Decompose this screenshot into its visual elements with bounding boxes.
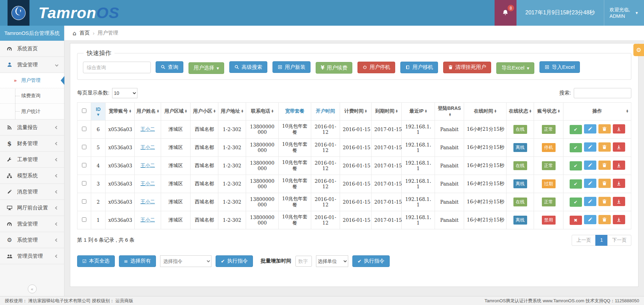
op-confirm-button[interactable]: ✔ [570,125,582,134]
chevron-icon [55,63,59,66]
query-button[interactable]: 查询 [156,61,183,73]
sidebar-subitem[interactable]: 用户统计 [0,104,64,119]
table-search-input[interactable] [574,88,631,98]
row-checkbox[interactable] [82,145,86,149]
sidebar-menu: 系统首页营业管理»用户管理续费查询用户统计流量报告$财务管理工单管理模型系统消息… [0,41,64,264]
execute-time-button[interactable]: ✔ 执行指令 [352,255,390,267]
col-header-name[interactable]: 用户姓名▲▼ [135,102,161,120]
col-header-account[interactable]: 宽带账号▲▼ [106,102,135,120]
op-download-button[interactable] [613,215,625,224]
pagination-page-1[interactable]: 1 [595,235,608,246]
renew-user-button[interactable]: ¥用户续费 [316,62,352,74]
col-header-bill_time[interactable]: 计费时间▲▼ [340,102,372,120]
col-header-id[interactable]: ID▼ [91,102,106,120]
user-name-link[interactable]: 王小二 [141,126,155,132]
op-download-button[interactable] [613,161,625,170]
sidebar-item-2[interactable]: 流量报告 [0,119,64,136]
suspend-user-button[interactable]: 用户停机 [357,62,395,73]
op-delete-button[interactable] [598,179,611,188]
unit-select[interactable]: 选择单位 [316,255,348,267]
col-header-online_status[interactable]: 在线状态▲▼ [507,102,534,120]
user-name-link[interactable]: 王小二 [141,163,155,168]
row-checkbox[interactable] [82,199,86,204]
row-checkbox[interactable] [82,217,86,222]
op-edit-button[interactable] [584,215,596,224]
sidebar-collapse-button[interactable]: « [28,284,37,293]
user-name-link[interactable]: 王小二 [141,217,155,223]
sidebar-item-8[interactable]: 营业管理 [0,216,64,232]
button-label: 导入Excel [552,64,575,71]
user-name-link[interactable]: 王小二 [141,199,155,204]
col-header-region[interactable]: 用户区域▲▼ [161,102,191,120]
col-header-account_status[interactable]: 账号状态▲▼ [534,102,563,120]
row-checkbox[interactable] [82,163,86,167]
sidebar-item-5[interactable]: 模型系统 [0,168,64,184]
notifications-button[interactable]: 8 [495,0,517,26]
op-delete-button[interactable] [598,197,611,206]
op-edit-button[interactable] [584,161,596,170]
op-download-button[interactable] [613,179,625,188]
op-delete-button[interactable] [598,142,611,152]
op-edit-button[interactable] [584,124,596,134]
sidebar-item-7[interactable]: 网厅前台设置 [0,200,64,216]
combined-query-input[interactable] [83,62,151,73]
sidebar-item-4[interactable]: 工单管理 [0,152,64,168]
command-select[interactable]: 选择指令 [160,255,211,267]
op-delete-button[interactable] [598,161,611,170]
per-page-select[interactable]: 10 [112,88,137,98]
user-menu[interactable]: 欢迎光临, ADMIN ▾ [604,0,644,26]
select-all-button[interactable]: ≡ 选择所有 [119,255,156,267]
col-header-ops[interactable]: 操作▲▼ [563,102,631,120]
col-header-address[interactable]: 用户地址▲▼ [218,102,246,120]
move-user-button[interactable]: 用户移机 [400,62,438,73]
op-download-button[interactable] [613,142,625,152]
pagination-prev[interactable]: 上一页 [572,235,596,246]
op-edit-button[interactable] [584,197,596,206]
sidebar-item-10[interactable]: 管理员管理 [0,248,64,264]
col-header-online_time[interactable]: 在线时间▲▼ [464,102,507,120]
col-header-plan[interactable]: 宽带套餐 [279,102,311,120]
sidebar-item-9[interactable]: ⚙系统管理 [0,232,64,248]
col-header-expire_time[interactable]: 到期时间▲▼ [372,102,402,120]
select-all-checkbox[interactable] [82,109,86,113]
execute-command-button[interactable]: ✔ 执行指令 [216,255,253,267]
col-header-open_time[interactable]: 开户时间 [311,102,340,120]
cleanup-dead-users-button[interactable]: 清理挂死用户 [443,62,491,73]
op-delete-button[interactable] [598,215,611,224]
sidebar-subitem[interactable]: 续费查询 [0,88,64,104]
select-page-button[interactable]: ☑ 本页全选 [77,255,115,267]
op-confirm-button[interactable]: ✔ [570,161,582,170]
op-confirm-button[interactable]: ✔ [570,179,582,189]
col-header-phone[interactable]: 联系电话▲▼ [246,102,279,120]
op-edit-button[interactable] [584,179,596,188]
import-excel-button[interactable]: 导入Excel [539,61,580,73]
pagination-next[interactable]: 下一页 [607,235,631,246]
op-confirm-button[interactable]: ✔ [570,198,582,207]
sidebar-item-0[interactable]: 系统首页 [0,41,64,57]
sidebar-item-1[interactable]: 营业管理 [0,57,64,73]
breadcrumb-home-link[interactable]: 首页 [80,30,90,36]
op-confirm-button[interactable]: ✔ [570,143,582,152]
row-checkbox[interactable] [82,127,86,131]
user-select-button[interactable]: 用户选择▾ [189,62,224,74]
col-header-community[interactable]: 用户小区▲▼ [191,102,218,120]
button-label: 高级搜索 [242,64,262,71]
op-disable-button[interactable]: ✖ [570,216,582,225]
user-name-link[interactable]: 王小二 [141,181,155,186]
new-user-button[interactable]: 用户新装 [272,61,311,73]
op-download-button[interactable] [613,124,625,134]
user-name-link[interactable]: 王小二 [141,144,155,150]
sidebar-item-6[interactable]: 消息管理 [0,184,64,200]
batch-number-input[interactable] [295,256,312,267]
op-download-button[interactable] [613,197,625,206]
col-header-ip[interactable]: 最近IP▲▼ [402,102,435,120]
col-header-bras[interactable]: 登陆BRAS▲▼ [435,102,464,120]
sidebar-subitem[interactable]: »用户管理 [0,73,64,88]
op-edit-button[interactable] [584,142,596,152]
export-excel-button[interactable]: 导出Excel▾ [496,62,534,74]
sidebar-item-3[interactable]: $财务管理 [0,136,64,152]
op-delete-button[interactable] [598,124,611,134]
row-checkbox[interactable] [82,181,86,186]
settings-tab-button[interactable]: ⚙ [633,44,644,56]
advanced-search-button[interactable]: 高级搜索 [229,61,267,73]
